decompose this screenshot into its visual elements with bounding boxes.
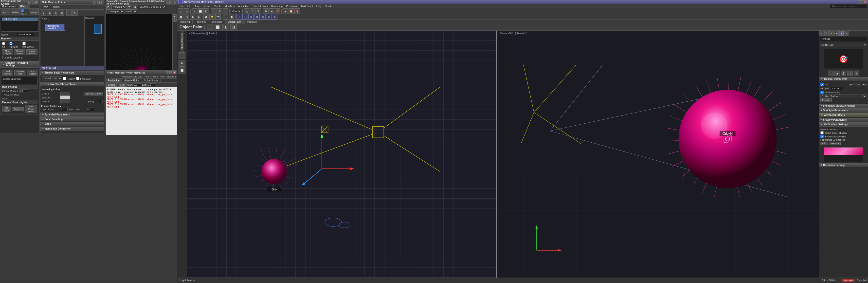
enable-btn[interactable]: Enable — [106, 83, 117, 87]
op-icon-2[interactable]: ⬜ — [215, 24, 221, 30]
start-input[interactable] — [134, 83, 141, 86]
render-log-area[interactable]: SYSTEM: Production renderer is changed t… — [106, 87, 177, 135]
tb2-icon-6[interactable]: 💡 — [209, 14, 215, 20]
tab-active-shade[interactable]: Active Shade — [142, 79, 160, 82]
percent-snap-btn[interactable]: % — [255, 8, 261, 14]
update-scene-btn[interactable]: Update Scene — [14, 49, 25, 55]
render-setup-btn[interactable]: ⚙ — [263, 8, 269, 14]
region-select-btn[interactable]: ⬜ — [197, 8, 203, 14]
shader-basic-header[interactable]: + Shader Basic Parameters — [40, 70, 104, 75]
add-objects-btn[interactable]: Add Objects — [2, 69, 13, 76]
remove-light-btn[interactable]: Remove — [12, 107, 24, 111]
diffuse-swatch[interactable] — [60, 92, 70, 95]
shadow-type-select[interactable]: Ox Hair Shadow — [820, 94, 867, 98]
tb2-icon-9[interactable]: 🔲 — [229, 14, 234, 20]
shadow-params-header[interactable]: + Shadow Parameters — [819, 118, 868, 122]
rp-create-tab[interactable]: + — [819, 31, 824, 35]
include-scene-checkbox[interactable] — [820, 135, 824, 138]
multiplier-input[interactable] — [831, 87, 843, 90]
material-node[interactable]: Material #25 Standard — [45, 24, 65, 31]
menu-create[interactable]: Create — [212, 4, 223, 8]
interactive-checkbox[interactable] — [23, 42, 26, 45]
max-close-btn[interactable]: ✕ — [864, 0, 867, 3]
tb2-icon-8[interactable]: ⬛ — [223, 14, 228, 20]
spec-power-input[interactable] — [60, 108, 68, 111]
advanced-effects-header[interactable]: ▼ Advanced Effects — [819, 113, 868, 117]
max-maximize-btn[interactable]: □ — [860, 0, 863, 3]
objects-list[interactable]: Sphere Sphere001 — [2, 77, 37, 84]
cam-close-btn[interactable]: ✕ — [173, 1, 176, 4]
window-crossing-btn[interactable]: ◧ — [204, 8, 209, 14]
tab-effects[interactable]: Effects — [18, 5, 30, 8]
redo-btn[interactable]: ↪ — [184, 8, 189, 14]
modifier-list-select[interactable]: Modifier List — [820, 43, 867, 47]
camera-viewport-main[interactable]: [ Camera001 ] [ Realistic ] [ Camera001 … — [497, 31, 868, 283]
active-checkbox[interactable] — [21, 9, 24, 12]
maps-header[interactable]: + Maps — [40, 122, 104, 126]
rendering-settings-header[interactable]: ▼ Ornatrix Rendering Settings — [0, 61, 39, 67]
general-params-header[interactable]: ▼ General Parameters — [819, 77, 868, 81]
slate-icon-2[interactable]: ◉ — [47, 10, 52, 16]
slate-icon-4[interactable]: ▦ — [59, 10, 64, 16]
delete-effect-btn[interactable]: Delete — [10, 9, 21, 15]
occlusion-settings-header[interactable]: + Occlusion Settings — [819, 163, 868, 167]
slate-icon-5[interactable]: ⬛ — [66, 10, 72, 16]
rp-btn-4[interactable]: ▷ — [847, 70, 853, 76]
tb2-icon-5[interactable]: 🏠 — [204, 14, 209, 20]
intensity-header[interactable]: + Intensity/Color/Attenuation — [819, 104, 868, 108]
select-btn[interactable]: ↖ — [192, 8, 197, 14]
cam-icon[interactable]: 📷 — [127, 5, 132, 9]
maximize-btn[interactable]: □ — [32, 1, 35, 4]
move-btn[interactable]: ✛ — [211, 8, 217, 14]
object-object-checkbox[interactable] — [820, 131, 824, 135]
slate-icon-6[interactable]: 🔍 — [72, 10, 78, 16]
specular-swatch[interactable] — [60, 96, 70, 100]
ref-coord-select[interactable]: View — [230, 9, 241, 13]
slate-icon-3[interactable]: ◑ — [53, 10, 58, 16]
tb2-icon-2[interactable]: ◑ — [184, 14, 189, 20]
show-original-btn[interactable]: Show Original — [2, 49, 13, 55]
global-radius-input[interactable] — [20, 89, 29, 93]
ornatrix-icon-1[interactable]: ○ — [237, 14, 242, 20]
column-select[interactable]: Column: 1, Column: 1 — [138, 5, 166, 9]
tb2-icon-4[interactable]: ◉ — [196, 14, 201, 20]
tb2-icon-7[interactable]: 📷 — [215, 14, 221, 20]
slate-graph-view[interactable]: View 1 Material #25 Standard — [40, 16, 84, 66]
object-name-input[interactable] — [820, 37, 867, 41]
ornatrix-icon-6[interactable]: ⊘ — [266, 14, 272, 20]
max-minimize-btn[interactable]: ─ — [857, 0, 860, 3]
cam-toolbar-btn-2[interactable]: ▼ — [173, 18, 177, 22]
tab-material-editor[interactable]: Material Editor — [122, 79, 142, 82]
rm-maximize-btn[interactable]: □ — [169, 71, 173, 74]
ornatrix-icon-5[interactable]: ⊙ — [260, 14, 266, 20]
rp-display-tab[interactable]: ● — [839, 31, 844, 35]
menu-rendering[interactable]: Rendering — [270, 4, 284, 8]
scale-btn[interactable]: ⤡ — [223, 8, 228, 14]
light-type-select[interactable]: Spot — [854, 83, 867, 86]
ox-shadow-header[interactable]: ▼ Ox Shadow Settings — [819, 122, 868, 126]
slate-menu-tools[interactable]: Tools — [41, 5, 50, 9]
arrow-to-render-btn[interactable]: ⯈ — [106, 5, 111, 9]
menu-customize[interactable]: Customize — [285, 4, 299, 8]
vp-left-icon-3[interactable]: ⬜ — [179, 67, 185, 74]
material-editor-btn[interactable]: ● — [283, 8, 288, 14]
ambient-swatch[interactable] — [60, 100, 70, 103]
extended-params-header[interactable]: + Extended Parameters — [40, 113, 104, 117]
menu-modifiers[interactable]: Modifiers — [223, 4, 236, 8]
cam-maximize-btn[interactable]: □ — [169, 1, 173, 4]
hair-cheap-shader-header[interactable]: + Ornatrix Hair Cheap Shader — [40, 82, 104, 86]
add-effect-btn[interactable]: Add... — [1, 9, 10, 15]
rp-add-btn[interactable]: Add — [820, 142, 828, 145]
menu-file[interactable]: File — [178, 4, 185, 8]
rp-btn-2[interactable]: ◑ — [834, 70, 840, 76]
menu-ornatrix[interactable]: Ornatrix — [323, 4, 335, 8]
shader-type-select[interactable]: Ox Hair Cheap — [42, 77, 62, 80]
ctx-tab-selection[interactable]: Selection — [209, 20, 224, 24]
slate-icon-1[interactable]: ● — [41, 10, 46, 16]
rp-remove-btn[interactable]: Remove — [829, 142, 841, 145]
ornatrix-icon-7[interactable]: ⊚ — [272, 14, 277, 20]
effects-item-0[interactable]: Ox Hair Draw — [2, 18, 38, 21]
light-on-checkbox[interactable] — [820, 83, 824, 86]
op-icon-3[interactable]: ◧ — [222, 24, 229, 30]
viewport-select[interactable]: Viewport — [112, 5, 126, 9]
